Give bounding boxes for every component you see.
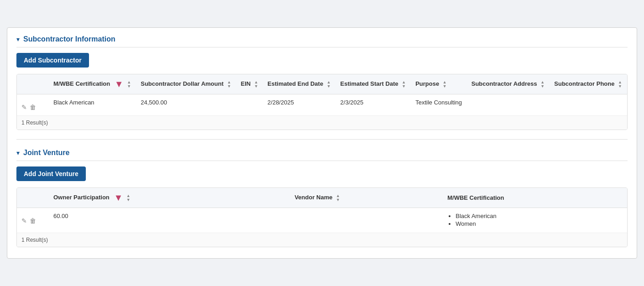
subcontractor-row-0-dollar-amount: 24,500.00 bbox=[136, 94, 236, 116]
subcontractor-row-0-address bbox=[467, 94, 550, 116]
mwbe-sort-indicator[interactable]: ▼ bbox=[115, 79, 124, 89]
col-mwbe: M/WBE Certification ▼ ▲▼ bbox=[49, 74, 136, 94]
joint-venture-table: Owner Participation ▼ ▲▼ Vendor Name ▲▼ … bbox=[17, 188, 627, 233]
subcontractor-section-title: Subcontractor Information bbox=[23, 35, 115, 43]
purpose-sort-icon[interactable]: ▲▼ bbox=[443, 80, 447, 88]
subcontractor-row-0-start-date: 2/3/2025 bbox=[336, 94, 411, 116]
joint-venture-row-0-delete-icon[interactable]: 🗑 bbox=[30, 217, 36, 224]
joint-venture-section-header: ▾ Joint Venture bbox=[16, 149, 628, 161]
address-sort-icon[interactable]: ▲▼ bbox=[540, 80, 545, 88]
dollar-sort-icon[interactable]: ▲▼ bbox=[227, 80, 231, 88]
col-actions bbox=[17, 74, 49, 94]
mwbe-list-item-women: Women bbox=[456, 220, 623, 227]
joint-venture-row-0-owner-participation: 60.00 bbox=[49, 208, 290, 233]
subcontractor-section-header: ▾ Subcontractor Information bbox=[16, 35, 628, 47]
subcontractor-row-0-delete-icon[interactable]: 🗑 bbox=[30, 104, 36, 111]
subcontractor-row-0-purpose: Textile Consulting bbox=[411, 94, 467, 116]
col-start-date: Estimated Start Date ▲▼ bbox=[336, 74, 411, 94]
add-subcontractor-button[interactable]: Add Subcontractor bbox=[16, 53, 89, 68]
joint-venture-row-0-vendor-name bbox=[290, 208, 443, 233]
joint-venture-table-wrapper: Owner Participation ▼ ▲▼ Vendor Name ▲▼ … bbox=[16, 187, 628, 247]
joint-venture-row-0-mwbe: Black American Women bbox=[443, 208, 627, 233]
col-address: Subcontractor Address ▲▼ bbox=[467, 74, 550, 94]
subcontractor-row-0-ein bbox=[236, 94, 263, 116]
end-date-sort-icon[interactable]: ▲▼ bbox=[327, 80, 331, 88]
subcontractor-table-wrapper: M/WBE Certification ▼ ▲▼ Subcontractor D… bbox=[16, 74, 628, 130]
col-phone: Subcontractor Phone ▲▼ bbox=[550, 74, 627, 94]
joint-venture-row-0-edit-icon[interactable]: ✎ bbox=[21, 217, 27, 224]
add-joint-venture-button[interactable]: Add Joint Venture bbox=[16, 166, 86, 181]
subcontractor-row-0-actions: ✎ 🗑 bbox=[17, 94, 49, 116]
page-container: ▾ Subcontractor Information Add Subcontr… bbox=[7, 27, 637, 259]
subcontractor-row-0: ✎ 🗑 Black American 24,500.00 2/28/2025 2… bbox=[17, 94, 627, 116]
jv-owner-sort-indicator[interactable]: ▼ bbox=[114, 192, 123, 203]
jv-vendor-sort-icon[interactable]: ▲▼ bbox=[336, 194, 340, 202]
jv-owner-sort-icon[interactable]: ▲▼ bbox=[126, 194, 131, 202]
subcontractor-row-0-phone bbox=[550, 94, 627, 116]
subcontractor-row-0-mwbe: Black American bbox=[49, 94, 136, 116]
col-dollar-amount: Subcontractor Dollar Amount ▲▼ bbox=[136, 74, 236, 94]
joint-venture-results-count: 1 Result(s) bbox=[17, 233, 627, 247]
start-date-sort-icon[interactable]: ▲▼ bbox=[402, 80, 406, 88]
joint-venture-row-0-actions: ✎ 🗑 bbox=[17, 208, 49, 233]
joint-venture-chevron-icon[interactable]: ▾ bbox=[16, 149, 20, 156]
subcontractor-table: M/WBE Certification ▼ ▲▼ Subcontractor D… bbox=[17, 74, 627, 115]
jv-col-owner-participation: Owner Participation ▼ ▲▼ bbox=[49, 188, 290, 208]
subcontractor-row-0-edit-icon[interactable]: ✎ bbox=[21, 104, 27, 111]
col-ein: EIN ▲▼ bbox=[236, 74, 263, 94]
mwbe-list-item-black-american: Black American bbox=[456, 213, 623, 219]
col-purpose: Purpose ▲▼ bbox=[411, 74, 467, 94]
ein-sort-icon[interactable]: ▲▼ bbox=[254, 80, 258, 88]
subcontractor-results-count: 1 Result(s) bbox=[17, 115, 627, 130]
jv-col-actions bbox=[17, 188, 49, 208]
jv-col-vendor-name: Vendor Name ▲▼ bbox=[290, 188, 443, 208]
subcontractor-row-0-end-date: 2/28/2025 bbox=[263, 94, 336, 116]
jv-col-mwbe: M/WBE Certification bbox=[443, 188, 627, 208]
joint-venture-section-title: Joint Venture bbox=[23, 149, 69, 157]
joint-venture-row-0: ✎ 🗑 60.00 Black American Women bbox=[17, 208, 627, 233]
subcontractor-chevron-icon[interactable]: ▾ bbox=[16, 36, 20, 43]
section-divider bbox=[16, 139, 628, 140]
phone-sort-icon[interactable]: ▲▼ bbox=[618, 80, 622, 88]
col-end-date: Estimated End Date ▲▼ bbox=[263, 74, 336, 94]
joint-venture-mwbe-list: Black American Women bbox=[447, 213, 623, 227]
mwbe-sort-icon[interactable]: ▲▼ bbox=[127, 80, 131, 88]
